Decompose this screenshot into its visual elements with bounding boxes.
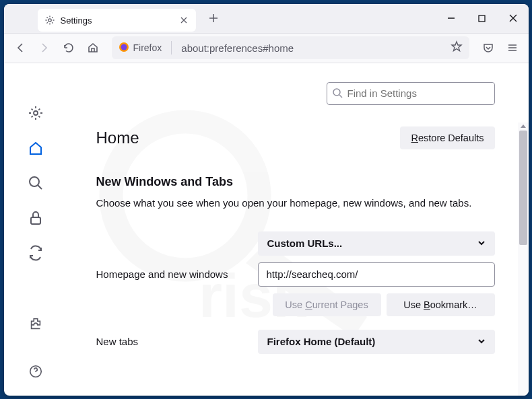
firefox-logo-icon [119, 42, 129, 55]
back-button[interactable] [9, 37, 31, 59]
close-window-button[interactable] [498, 4, 529, 34]
tab-title: Settings [61, 15, 173, 26]
browser-window: Settings [4, 4, 529, 396]
svg-point-6 [34, 111, 38, 115]
svg-rect-8 [31, 217, 40, 224]
bookmark-star-icon[interactable] [451, 40, 463, 55]
url-bar[interactable]: Firefox about:preferences#home [112, 36, 469, 59]
svg-point-0 [48, 19, 51, 22]
urlbar-separator [171, 41, 172, 55]
new-tab-button[interactable] [204, 9, 223, 28]
close-icon[interactable] [178, 15, 189, 26]
minimize-button[interactable] [436, 4, 467, 34]
svg-point-7 [30, 177, 39, 186]
sidebar-general[interactable] [28, 105, 44, 121]
sidebar-home[interactable] [28, 140, 44, 156]
reload-button[interactable] [58, 37, 79, 59]
maximize-button[interactable] [467, 4, 498, 34]
restore-defaults-button[interactable]: Restore Defaults [400, 126, 494, 149]
pocket-button[interactable] [477, 37, 499, 59]
select-value: Firefox Home (Default) [267, 336, 376, 347]
homepage-url-input[interactable] [258, 262, 495, 287]
app-menu-button[interactable] [502, 37, 523, 59]
section-title: New Windows and Tabs [68, 175, 508, 189]
use-current-pages-button[interactable]: Use Current Pages [273, 293, 381, 316]
svg-rect-1 [479, 15, 485, 22]
nav-toolbar: Firefox about:preferences#home [4, 34, 529, 63]
home-button[interactable] [82, 37, 104, 59]
use-bookmark-button[interactable]: Use Bookmark… [387, 293, 495, 316]
newtabs-select[interactable]: Firefox Home (Default) [258, 330, 495, 354]
section-description: Choose what you see when you open your h… [68, 197, 508, 209]
chevron-down-icon [477, 238, 486, 249]
svg-point-3 [121, 44, 127, 50]
active-tab[interactable]: Settings [38, 9, 196, 32]
chevron-down-icon [477, 336, 486, 347]
identity-box: Firefox [119, 42, 162, 55]
sidebar-sync[interactable] [28, 245, 44, 261]
newtabs-label: New tabs [96, 336, 244, 347]
svg-point-10 [333, 89, 340, 96]
gear-icon [44, 15, 55, 26]
homepage-label: Homepage and new windows [96, 268, 244, 280]
settings-search-input[interactable] [327, 82, 495, 105]
sidebar-help[interactable] [28, 363, 44, 379]
search-icon [332, 87, 343, 98]
select-value: Custom URLs... [267, 238, 343, 249]
sidebar-privacy[interactable] [28, 210, 44, 226]
sidebar-search[interactable] [28, 175, 44, 191]
page-title: Home [96, 129, 139, 147]
content-area: risk [4, 63, 529, 396]
homepage-mode-select[interactable]: Custom URLs... [258, 231, 495, 256]
identity-label: Firefox [133, 42, 162, 53]
url-text: about:preferences#home [181, 42, 444, 54]
titlebar: Settings [4, 4, 529, 34]
settings-main: Home Restore Defaults New Windows and Ta… [68, 63, 529, 396]
window-controls [436, 4, 529, 34]
sidebar-extensions[interactable] [28, 316, 44, 332]
forward-button[interactable] [34, 37, 55, 59]
settings-sidebar [4, 63, 68, 396]
